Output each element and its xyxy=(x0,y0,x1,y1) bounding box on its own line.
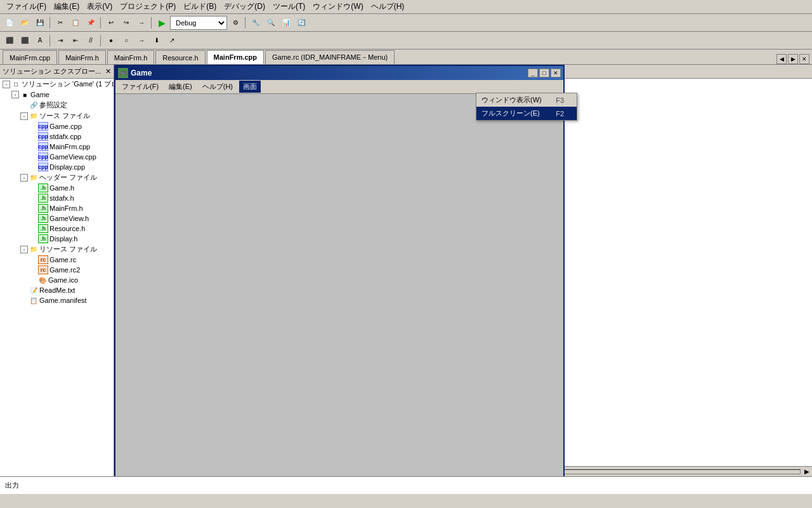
menu-edit[interactable]: 編集(E) xyxy=(50,0,83,13)
menu-view[interactable]: 表示(V) xyxy=(83,0,116,13)
game-close-btn[interactable]: ✕ xyxy=(551,69,561,77)
tree-item[interactable]: cppstdafx.cpp xyxy=(0,131,114,142)
scroll-right-btn[interactable]: ▶ xyxy=(802,467,812,477)
sidebar-header: ソリューション エクスプロー... ✕ xyxy=(0,65,114,79)
cut-btn[interactable]: ✂ xyxy=(53,16,67,30)
tab-prev[interactable]: ◀ xyxy=(776,54,787,64)
solution-explorer: ソリューション エクスプロー... ✕ -□ソリューション 'Game' (1 … xyxy=(0,65,114,476)
game-minimize-btn[interactable]: _ xyxy=(528,69,538,77)
game-menu-file[interactable]: ファイル(F) xyxy=(118,81,162,93)
tree-item[interactable]: rcGame.rc xyxy=(0,255,114,265)
nav-btn[interactable]: → xyxy=(134,16,148,30)
tree-item[interactable]: -□ソリューション 'Game' (1 プロジ xyxy=(0,79,114,90)
editor-tabbar: MainFrm.cpp MainFrm.h MainFrm.h Resource… xyxy=(0,50,812,65)
menu-tools[interactable]: ツール(T) xyxy=(269,0,309,13)
tab-close[interactable]: ✕ xyxy=(799,54,809,64)
tree-toggle[interactable]: - xyxy=(20,246,28,253)
menu-window[interactable]: ウィンドウ(W) xyxy=(309,0,367,13)
tree-item[interactable]: .hGame.h xyxy=(0,183,114,193)
paste-btn[interactable]: 📌 xyxy=(84,16,98,30)
tree-label: Game.ico xyxy=(48,276,78,284)
tree-item[interactable]: -📁リソース ファイル xyxy=(0,244,114,255)
menu-debug[interactable]: デバッグ(D) xyxy=(220,0,269,13)
new-btn[interactable]: 📄 xyxy=(3,16,16,30)
tab-resourceh[interactable]: Resource.h xyxy=(155,50,205,64)
tree-item[interactable]: cppMainFrm.cpp xyxy=(0,142,114,152)
tb2-btn2[interactable]: ⬛ xyxy=(18,34,32,48)
menu-project[interactable]: プロジェクト(P) xyxy=(116,0,180,13)
tree-label: GameView.h xyxy=(49,215,89,222)
tree-label: stdafx.cpp xyxy=(49,133,81,140)
tab-mainfrmcpp1[interactable]: MainFrm.cpp xyxy=(3,50,57,64)
tree-item[interactable]: 📝ReadMe.txt xyxy=(0,285,114,295)
tree-label: Display.cpp xyxy=(49,163,85,171)
tree-item[interactable]: .hMainFrm.h xyxy=(0,203,114,213)
tb2-step[interactable]: → xyxy=(134,34,148,48)
tree-item[interactable]: .hstdafx.h xyxy=(0,193,114,203)
game-window-icon: 🎮 xyxy=(118,68,128,78)
menu-help[interactable]: ヘルプ(H) xyxy=(367,0,409,13)
file-icon: cpp xyxy=(38,142,48,151)
tab-mainfrmh1[interactable]: MainFrm.h xyxy=(58,50,106,64)
file-icon: 📁 xyxy=(29,245,38,254)
tb2-bp[interactable]: ● xyxy=(104,34,118,48)
dropdown-item-window[interactable]: ウィンドウ表示(W) F3 xyxy=(476,93,577,107)
tree-item[interactable]: cppGame.cpp xyxy=(0,121,114,131)
tb2-indent[interactable]: ⇥ xyxy=(53,34,67,48)
tree-item[interactable]: 📋Game.manifest xyxy=(0,295,114,305)
tab-next[interactable]: ▶ xyxy=(788,54,798,64)
menu-file[interactable]: ファイル(F) xyxy=(3,0,50,13)
redo-btn[interactable]: ↪ xyxy=(119,16,133,30)
sep5 xyxy=(48,34,52,48)
target-btn[interactable]: 🔧 xyxy=(249,16,263,30)
tb2-step3[interactable]: ↗ xyxy=(165,34,179,48)
tree-item[interactable]: 🎨Game.ico xyxy=(0,275,114,285)
copy-btn[interactable]: 📋 xyxy=(69,16,82,30)
tab-mainfrmh2[interactable]: MainFrm.h xyxy=(107,50,155,64)
tree-toggle[interactable]: - xyxy=(11,91,19,98)
file-icon: cpp xyxy=(38,122,48,131)
tree-item[interactable]: cppDisplay.cpp xyxy=(0,162,114,172)
game-menu-edit[interactable]: 編集(E) xyxy=(165,81,196,93)
file-icon: .h xyxy=(38,234,48,243)
tab-gamerc[interactable]: Game.rc (IDR_MAINFRAME－Menu) xyxy=(265,50,395,64)
tree-container: -□ソリューション 'Game' (1 プロジ-■Game🔗参照設定-📁ソース … xyxy=(0,79,114,305)
config-btn[interactable]: ⚙ xyxy=(228,16,242,30)
game-maximize-btn[interactable]: □ xyxy=(539,69,549,77)
tree-item[interactable]: -■Game xyxy=(0,90,114,100)
tree-toggle[interactable]: - xyxy=(3,81,10,88)
tree-item[interactable]: .hGameView.h xyxy=(0,213,114,224)
tb2-outdent[interactable]: ⇤ xyxy=(69,34,82,48)
tb2-bp2[interactable]: ○ xyxy=(119,34,133,48)
game-menu-help[interactable]: ヘルプ(H) xyxy=(199,81,237,93)
tree-item[interactable]: cppGameView.cpp xyxy=(0,152,114,162)
save-btn[interactable]: 💾 xyxy=(33,16,47,30)
tb2-step2[interactable]: ⬇ xyxy=(150,34,164,48)
tb2-btn1[interactable]: ⬛ xyxy=(3,34,16,48)
tb2-comment[interactable]: // xyxy=(84,34,98,48)
tree-item[interactable]: 🔗参照設定 xyxy=(0,100,114,110)
tb2-btn3[interactable]: A xyxy=(33,34,47,48)
find-btn[interactable]: 🔍 xyxy=(264,16,278,30)
game-menu-screen[interactable]: 画面 xyxy=(239,81,261,93)
dropdown-item-fullscreen[interactable]: フルスクリーン(E) F2 xyxy=(476,107,577,120)
tree-toggle[interactable]: - xyxy=(20,174,28,182)
debug-config-select[interactable]: Debug Release xyxy=(170,16,227,30)
tree-label: 参照設定 xyxy=(39,100,67,110)
tree-item[interactable]: -📁ヘッダー ファイル xyxy=(0,172,114,183)
sidebar-close-btn[interactable]: ✕ xyxy=(105,67,111,76)
open-btn[interactable]: 📂 xyxy=(18,16,32,30)
tree-item[interactable]: rcGame.rc2 xyxy=(0,265,114,275)
menu-build[interactable]: ビルド(B) xyxy=(180,0,220,13)
undo-btn[interactable]: ↩ xyxy=(104,16,118,30)
refresh-btn[interactable]: 🔄 xyxy=(294,16,308,30)
tree-label: リソース ファイル xyxy=(39,244,97,254)
prop-btn[interactable]: 📊 xyxy=(279,16,293,30)
game-titlebar: 🎮 Game _ □ ✕ xyxy=(115,66,563,80)
tree-item[interactable]: -📁ソース ファイル xyxy=(0,110,114,121)
tree-toggle[interactable]: - xyxy=(20,112,28,120)
tab-mainfrmcpp-active[interactable]: MainFrm.cpp xyxy=(207,50,264,64)
tree-item[interactable]: .hResource.h xyxy=(0,224,114,234)
tree-item[interactable]: .hDisplay.h xyxy=(0,234,114,244)
play-btn[interactable]: ▶ xyxy=(155,16,169,30)
